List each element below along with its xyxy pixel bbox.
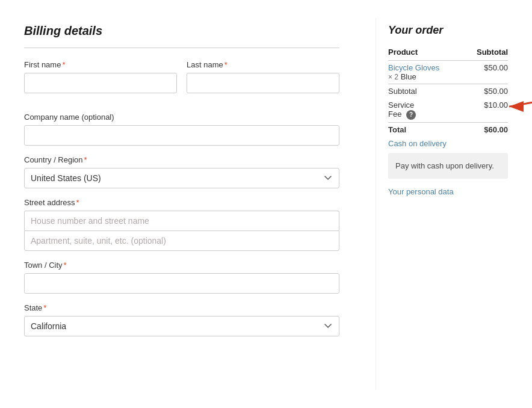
required-indicator: * [84, 155, 87, 164]
street-address-input-1[interactable] [24, 211, 339, 230]
product-qty: × 2 [388, 73, 398, 81]
state-group: State* California [24, 303, 339, 336]
product-name: Bicycle Gloves [388, 63, 439, 72]
required-indicator: * [76, 198, 79, 207]
cash-delivery-section: Cash on delivery Pay with cash upon deli… [388, 139, 508, 179]
order-section: Your order Product Subtotal Bicycle Glov… [376, 18, 520, 390]
street-address-group: Street address* [24, 198, 339, 251]
company-input[interactable] [24, 125, 339, 146]
personal-data-link[interactable]: Your personal data [388, 187, 508, 196]
last-name-label: Last name* [187, 60, 339, 69]
col-subtotal: Subtotal [463, 44, 508, 61]
billing-section: Billing details First name* Last name* C… [12, 18, 351, 390]
country-group: Country / Region* United States (US) [24, 155, 339, 188]
order-title: Your order [388, 24, 508, 37]
last-name-group: Last name* [187, 60, 339, 93]
required-indicator: * [224, 60, 227, 69]
city-group: Town / City* [24, 261, 339, 294]
section-divider [24, 48, 339, 48]
billing-title: Billing details [24, 24, 339, 38]
required-indicator: * [43, 303, 46, 312]
subtotal-row: Subtotal $50.00 [388, 84, 508, 99]
product-row: Bicycle Gloves × 2 Blue $50.00 [388, 61, 508, 84]
first-name-input[interactable] [24, 73, 177, 93]
col-product: Product [388, 44, 463, 61]
total-value: $60.00 [463, 122, 508, 137]
city-label: Town / City* [24, 261, 339, 270]
cash-delivery-description: Pay with cash upon delivery. [388, 153, 508, 179]
required-indicator: * [62, 60, 65, 69]
total-label: Total [388, 122, 463, 137]
first-name-label: First name* [24, 60, 177, 69]
last-name-input[interactable] [187, 73, 339, 93]
product-name-cell: Bicycle Gloves × 2 Blue [388, 61, 463, 84]
cash-delivery-title: Cash on delivery [388, 139, 508, 148]
required-indicator: * [64, 261, 67, 270]
street-address-input-2[interactable] [24, 230, 339, 251]
name-row: First name* Last name* [24, 60, 339, 103]
subtotal-value: $50.00 [463, 84, 508, 99]
company-label: Company name (optional) [24, 113, 339, 122]
fee-label: Fee ? [388, 110, 416, 119]
company-group: Company name (optional) [24, 113, 339, 146]
city-input[interactable] [24, 273, 339, 294]
country-label: Country / Region* [24, 155, 339, 164]
order-table: Product Subtotal Bicycle Gloves × 2 Blue… [388, 44, 508, 137]
subtotal-label: Subtotal [388, 84, 463, 99]
fee-info-icon: ? [406, 110, 416, 120]
service-fee-label-cell: Service Fee ? [388, 98, 463, 122]
street-label: Street address* [24, 198, 339, 207]
service-fee-value: $10.00 [463, 98, 508, 122]
state-select[interactable]: California [24, 316, 339, 336]
country-select[interactable]: United States (US) [24, 168, 339, 188]
product-color: Blue [401, 72, 416, 81]
state-label: State* [24, 303, 339, 312]
product-price-cell: $50.00 [463, 61, 508, 84]
first-name-group: First name* [24, 60, 177, 93]
red-arrow-annotation [508, 98, 532, 115]
service-label: Service [388, 100, 414, 110]
total-row: Total $60.00 [388, 122, 508, 137]
service-fee-row: Service Fee ? $10.00 [388, 98, 508, 122]
